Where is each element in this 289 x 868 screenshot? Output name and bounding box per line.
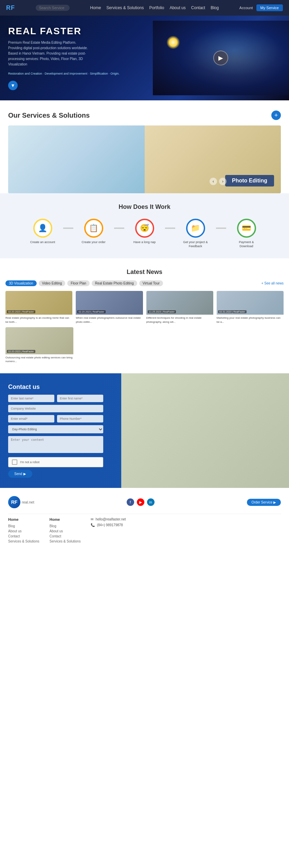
connector-1	[63, 228, 73, 229]
news-tabs-left: 3D Visualization Video Editing Floor Pla…	[5, 280, 163, 286]
footer-columns: Home Blog About us Contact Services & So…	[8, 517, 281, 545]
phone-input[interactable]	[57, 415, 103, 422]
footer-link-services-1[interactable]: Services & Solutions	[8, 539, 39, 543]
order-service-button[interactable]: Order Service ▶	[247, 499, 281, 506]
footer-top: RF real.net f ▶ in Order Service ▶	[8, 496, 281, 508]
step-get-project: 📁 Get your project & Feedback	[175, 219, 216, 248]
tab-video-editing[interactable]: Video Editing	[39, 280, 66, 286]
tab-3d-visualization[interactable]: 3D Visualization	[5, 280, 37, 286]
news-card-2: 02-20-2023 | RealFaster When real estate…	[76, 291, 143, 323]
recaptcha-checkbox[interactable]	[12, 459, 17, 465]
connector-2	[114, 228, 124, 229]
search-input[interactable]	[36, 5, 70, 11]
news-date-1: 02-20-2023 | RealFaster	[7, 310, 35, 313]
footer-logo-icon: RF	[8, 496, 20, 508]
footer-link-about-2[interactable]: About us	[50, 529, 81, 533]
contact-interior-image	[121, 373, 289, 488]
news-card-4: 02-31-2023 | RealFaster Marketing your r…	[217, 291, 284, 323]
last-name-input[interactable]	[8, 395, 54, 402]
email-input[interactable]	[8, 415, 54, 422]
hero-description: Premium Real Estate Media Editing Platfo…	[8, 40, 90, 67]
contact-name-row	[8, 395, 103, 402]
content-textarea[interactable]	[8, 436, 103, 453]
step-circle-2: 📋	[84, 219, 103, 238]
hero-left: REAL FASTER Premium Real Estate Media Ed…	[0, 16, 153, 100]
nav-blog[interactable]: Blog	[211, 5, 219, 10]
hero-section: REAL FASTER Premium Real Estate Media Ed…	[0, 16, 289, 100]
contact-company-row	[8, 405, 103, 412]
hero-cta-button[interactable]: ▼	[8, 81, 18, 90]
news-image-3: 11-25-2023 | RealFaster	[146, 291, 213, 315]
footer-link-contact-1[interactable]: Contact	[8, 534, 39, 538]
news-row2: 02-20-2023 | RealFaster Outsourcing real…	[5, 327, 73, 363]
see-all-news[interactable]: + See all news	[261, 281, 284, 285]
footer-phone: (84+) 989179878	[97, 523, 123, 527]
step-label-3: Have a long nap	[133, 240, 156, 244]
news-grid: 02-20-2023 | RealFaster Real estate phot…	[5, 291, 284, 323]
tab-floor-plan[interactable]: Floor Plan	[67, 280, 90, 286]
footer-logo-text: real.net	[22, 500, 34, 504]
footer-col-1-heading: Home	[8, 517, 39, 521]
news-image-4: 02-31-2023 | RealFaster	[217, 291, 284, 315]
submit-button[interactable]: Send ▶	[8, 470, 32, 478]
news-text-4: Marketing your real estate photography b…	[217, 316, 284, 323]
banner-prev-button[interactable]: ‹	[210, 178, 217, 185]
footer-link-blog-1[interactable]: Blog	[8, 524, 39, 528]
social-youtube-button[interactable]: ▶	[137, 498, 144, 506]
banner-next-button[interactable]: ›	[219, 178, 227, 185]
step-label-4: Get your project & Feedback	[182, 240, 209, 248]
footer-col-2-heading: Home	[50, 517, 81, 521]
news-text-1: Real estate photography is an exciting n…	[5, 316, 72, 323]
sun-glow	[166, 36, 180, 49]
first-name-input[interactable]	[57, 395, 103, 402]
footer-link-services-2[interactable]: Services & Solutions	[50, 539, 81, 543]
news-image-5: 02-20-2023 | RealFaster	[5, 327, 73, 354]
footer-phone-row: 📞 (84+) 989179878	[91, 523, 126, 527]
step-create-order: 📋 Create your order	[73, 219, 114, 244]
nav-portfolio[interactable]: Portfolio	[149, 5, 164, 10]
footer-logo: RF real.net	[8, 496, 34, 508]
footer-link-about-1[interactable]: About us	[8, 529, 39, 533]
footer-email: hello@realfaster.net	[95, 517, 126, 521]
nav-logo: RF	[6, 4, 15, 12]
email-icon: ✉	[91, 517, 93, 521]
news-date-3: 11-25-2023 | RealFaster	[148, 310, 176, 313]
contact-title: Contact us	[8, 383, 103, 391]
myservice-button[interactable]: My Service	[256, 4, 283, 11]
contact-section: Contact us Day-Photo Editing I'm not a r…	[0, 373, 289, 488]
how-section: How Does It Work 👤 Create an account 📋 C…	[0, 193, 289, 258]
step-circle-3: 😴	[135, 219, 154, 238]
footer-link-contact-2[interactable]: Contact	[50, 534, 81, 538]
news-text-5: Outsourcing real estate photo editing se…	[5, 356, 73, 363]
social-linkedin-button[interactable]: in	[147, 498, 155, 506]
nav-home[interactable]: Home	[90, 5, 101, 10]
nav-services[interactable]: Services & Solutions	[106, 5, 144, 10]
footer-social: f ▶ in	[127, 498, 155, 506]
footer-contact-info: ✉ hello@realfaster.net 📞 (84+) 989179878	[91, 517, 126, 527]
footer-col-contact: ✉ hello@realfaster.net 📞 (84+) 989179878	[91, 517, 126, 545]
service-select[interactable]: Day-Photo Editing	[8, 425, 103, 433]
services-plus-button[interactable]: +	[271, 111, 281, 120]
photo-editing-banner: Photo Editing ‹ ›	[8, 125, 281, 193]
footer-divider	[8, 514, 281, 514]
submit-icon: ▶	[23, 472, 26, 476]
footer-link-blog-2[interactable]: Blog	[50, 524, 81, 528]
footer-email-row: ✉ hello@realfaster.net	[91, 517, 126, 521]
tab-virtual-tour[interactable]: Virtual Tour	[139, 280, 163, 286]
account-label: Account	[239, 6, 253, 10]
tab-photo-editing[interactable]: Real Estate Photo Editing	[92, 280, 137, 286]
hero-play-button[interactable]: ▶	[213, 51, 228, 65]
connector-4	[216, 228, 226, 229]
hero-tagline: Restoration and Creation · Development a…	[8, 72, 145, 75]
news-card-1: 02-20-2023 | RealFaster Real estate phot…	[5, 291, 72, 323]
nav-contact[interactable]: Contact	[191, 5, 205, 10]
company-input[interactable]	[8, 405, 103, 412]
news-text-3: Different techniques for shooting in rea…	[146, 316, 213, 323]
step-label-1: Create an account	[30, 240, 55, 244]
section-header: Our Services & Solutions +	[8, 111, 281, 120]
social-facebook-button[interactable]: f	[127, 498, 134, 506]
news-tabs: 3D Visualization Video Editing Floor Pla…	[5, 280, 284, 286]
step-circle-4: 📁	[186, 219, 205, 238]
phone-icon: 📞	[91, 523, 95, 527]
nav-about[interactable]: About us	[169, 5, 185, 10]
